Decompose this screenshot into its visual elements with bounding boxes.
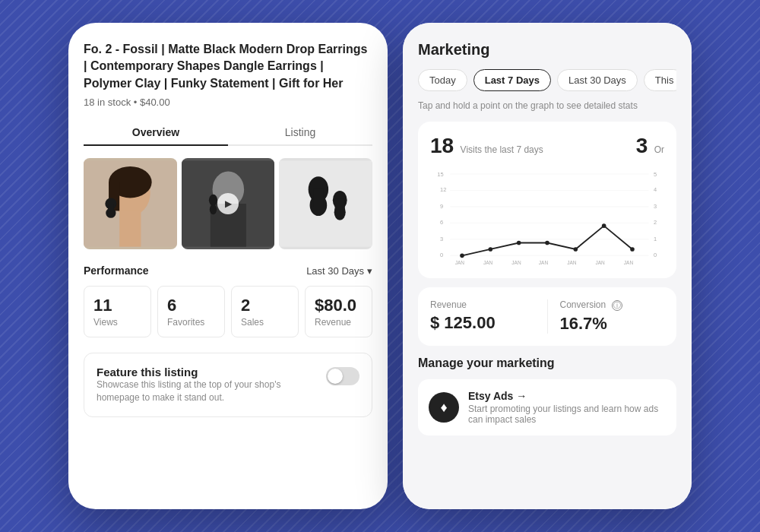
- tab-overview[interactable]: Overview: [84, 120, 228, 144]
- svg-text:12: 12: [440, 186, 446, 193]
- revenue-label: Revenue: [430, 299, 535, 310]
- svg-text:3: 3: [440, 236, 443, 242]
- svg-point-54: [517, 241, 521, 245]
- svg-rect-16: [314, 188, 324, 207]
- stats-row: 11 Views 6 Favorites 2 Sales $80.0 Reven…: [84, 286, 372, 337]
- revenue-conversion-row: Revenue $ 125.00 Conversion ⓘ 16.7%: [418, 287, 676, 346]
- feature-title: Feature this listing: [97, 366, 294, 378]
- svg-text:6: 6: [440, 219, 443, 226]
- svg-text:9: 9: [440, 203, 443, 210]
- svg-point-56: [574, 247, 578, 252]
- svg-text:5: 5: [654, 171, 657, 178]
- stat-revenue-label: Revenue: [315, 317, 363, 328]
- svg-text:9: 9: [513, 265, 516, 266]
- svg-point-52: [460, 254, 464, 258]
- stats-section: 18 Visits the last 7 days 3 Or 0 3 6: [418, 122, 676, 278]
- feature-header: Feature this listing Showcase this listi…: [97, 366, 359, 404]
- performance-header: Performance Last 30 Days ▾: [84, 264, 372, 277]
- filter-tab-this[interactable]: This: [644, 69, 676, 91]
- svg-text:JAN: JAN: [483, 260, 493, 265]
- product-title: Fo. 2 - Fossil | Matte Black Modern Drop…: [84, 41, 372, 92]
- filter-tab-30days[interactable]: Last 30 Days: [557, 69, 638, 91]
- svg-text:4: 4: [654, 186, 657, 193]
- chart-svg: 0 3 6 9 12 15 0 1 2 3 4 5: [430, 167, 664, 266]
- filter-tab-today[interactable]: Today: [418, 69, 467, 91]
- svg-text:JAN: JAN: [539, 260, 549, 265]
- svg-text:JAN: JAN: [511, 260, 521, 265]
- stat-views-label: Views: [93, 317, 141, 328]
- svg-point-55: [545, 241, 549, 245]
- svg-point-12: [209, 204, 216, 214]
- product-images-row: ▶: [84, 158, 372, 249]
- stat-favorites-number: 6: [167, 296, 215, 315]
- svg-point-53: [489, 247, 493, 252]
- conversion-value: 16.7%: [560, 314, 665, 334]
- revenue-block: Revenue $ 125.00: [430, 299, 548, 334]
- feature-desc: Showcase this listing at the top of your…: [97, 378, 294, 404]
- svg-rect-19: [335, 199, 345, 214]
- svg-text:1: 1: [654, 236, 657, 242]
- etsy-ads-card[interactable]: ♦ Etsy Ads → Start promoting your listin…: [418, 379, 676, 435]
- performance-label: Performance: [84, 264, 149, 277]
- etsy-icon-symbol: ♦: [440, 400, 447, 416]
- hint-text: Tap and hold a point on the graph to see…: [418, 100, 676, 111]
- stat-favorites: 6 Favorites: [157, 286, 225, 337]
- stat-views: 11 Views: [84, 286, 151, 337]
- orders-label: Or: [654, 144, 664, 155]
- tab-listing[interactable]: Listing: [228, 120, 372, 144]
- phones-container: Fo. 2 - Fossil | Matte Black Modern Drop…: [68, 23, 692, 509]
- etsy-ads-text: Etsy Ads → Start promoting your listings…: [468, 390, 666, 425]
- svg-point-11: [209, 195, 217, 206]
- svg-text:JAN: JAN: [567, 260, 577, 265]
- info-icon[interactable]: ⓘ: [612, 300, 622, 311]
- filter-tabs: Today Last 7 Days Last 30 Days This: [418, 69, 676, 91]
- svg-text:JAN: JAN: [624, 260, 634, 265]
- svg-text:2: 2: [654, 219, 657, 226]
- product-image-3[interactable]: [279, 158, 372, 249]
- etsy-icon: ♦: [429, 392, 459, 423]
- conversion-label: Conversion ⓘ: [560, 299, 665, 311]
- period-selector[interactable]: Last 30 Days ▾: [306, 265, 372, 277]
- svg-text:JAN: JAN: [595, 260, 605, 265]
- etsy-ads-desc: Start promoting your listings and learn …: [468, 404, 666, 425]
- product-image-1[interactable]: [84, 158, 177, 249]
- svg-text:15: 15: [437, 171, 443, 178]
- orders-block: 3 Or: [636, 134, 664, 158]
- svg-text:13: 13: [625, 265, 632, 266]
- visits-number: 18: [430, 134, 454, 157]
- feature-text: Feature this listing Showcase this listi…: [97, 366, 294, 404]
- svg-text:8: 8: [485, 265, 488, 266]
- svg-point-57: [602, 223, 606, 228]
- stat-revenue-number: $80.0: [315, 296, 363, 315]
- dropdown-icon: ▾: [367, 265, 372, 277]
- etsy-ads-title: Etsy Ads →: [468, 390, 666, 402]
- svg-text:7: 7: [457, 265, 460, 266]
- chart-area: 0 3 6 9 12 15 0 1 2 3 4 5: [430, 167, 664, 266]
- svg-text:3: 3: [654, 203, 657, 210]
- filter-tab-7days[interactable]: Last 7 Days: [473, 69, 551, 91]
- phone-right: Marketing Today Last 7 Days Last 30 Days…: [403, 23, 692, 509]
- svg-rect-2: [119, 211, 141, 247]
- svg-text:0: 0: [654, 252, 657, 258]
- stat-sales-number: 2: [241, 296, 289, 315]
- toggle-knob: [328, 369, 343, 384]
- stat-views-number: 11: [93, 296, 141, 315]
- stats-top: 18 Visits the last 7 days 3 Or: [430, 134, 664, 158]
- svg-text:0: 0: [440, 252, 443, 258]
- orders-number: 3: [636, 134, 648, 157]
- revenue-value: $ 125.00: [430, 313, 535, 333]
- tabs: Overview Listing: [84, 120, 372, 146]
- period-label: Last 30 Days: [306, 265, 364, 277]
- feature-section: Feature this listing Showcase this listi…: [84, 353, 372, 417]
- stat-favorites-label: Favorites: [167, 317, 215, 328]
- product-image-2[interactable]: ▶: [182, 158, 275, 249]
- stat-sales-label: Sales: [241, 317, 289, 328]
- svg-text:10: 10: [540, 265, 546, 266]
- svg-text:JAN: JAN: [455, 260, 465, 265]
- visits-label: Visits the last 7 days: [461, 144, 543, 155]
- product-meta: 18 in stock • $40.00: [84, 97, 372, 108]
- marketing-title: Marketing: [418, 41, 676, 59]
- svg-rect-7: [108, 204, 114, 214]
- feature-toggle[interactable]: [326, 367, 359, 385]
- visits-block: 18 Visits the last 7 days: [430, 134, 543, 158]
